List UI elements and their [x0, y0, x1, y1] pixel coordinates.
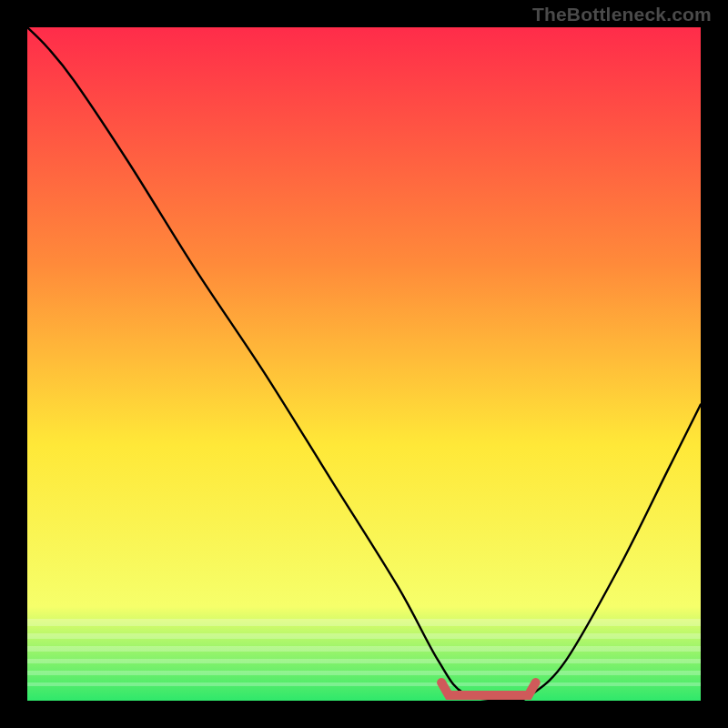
chart-frame: TheBottleneck.com [0, 0, 728, 728]
svg-rect-0 [27, 619, 701, 626]
svg-rect-1 [27, 633, 701, 639]
svg-rect-5 [27, 682, 701, 686]
plot-area [27, 27, 701, 701]
svg-rect-4 [27, 671, 701, 675]
svg-rect-2 [27, 646, 701, 652]
attribution-text: TheBottleneck.com [532, 4, 712, 25]
plot-svg [27, 27, 701, 701]
svg-rect-3 [27, 659, 701, 663]
gradient-background [27, 27, 701, 701]
